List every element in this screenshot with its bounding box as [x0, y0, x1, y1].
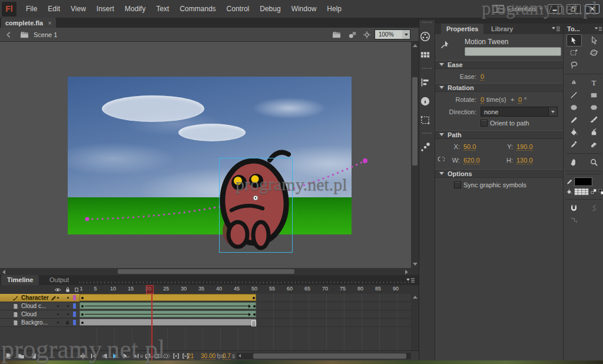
selection-tool[interactable]	[566, 34, 582, 47]
section-ease[interactable]: Ease	[435, 60, 563, 69]
frame-ruler[interactable]: 151015202530354045505560657075808590	[79, 285, 411, 294]
frame-row[interactable]	[79, 302, 411, 310]
section-rotation[interactable]: Rotation	[435, 83, 563, 92]
layer-name[interactable]: Cloud	[21, 311, 37, 317]
static-tween-span[interactable]	[79, 319, 256, 326]
link-width-height-icon[interactable]	[437, 155, 446, 163]
menu-debug[interactable]: Debug	[254, 1, 286, 18]
menu-modify[interactable]: Modify	[120, 1, 151, 18]
center-frame-icon[interactable]	[79, 352, 87, 360]
menu-control[interactable]: Control	[221, 1, 255, 18]
minimize-button[interactable]	[548, 4, 562, 14]
free-transform-tool[interactable]	[566, 47, 581, 58]
fill-color-swatch[interactable]	[574, 188, 589, 196]
snap-magnet-option[interactable]	[566, 203, 581, 214]
layer-row-backgro-[interactable]: Backgro...	[0, 319, 79, 327]
edit-symbols-icon[interactable]	[348, 31, 357, 39]
edit-multiple-frames-icon[interactable]	[172, 352, 180, 360]
close-button[interactable]	[585, 4, 599, 14]
color-panel-icon[interactable]	[419, 31, 431, 42]
dock-gripper[interactable]	[422, 68, 432, 72]
selection-bounding-box[interactable]	[219, 158, 293, 253]
playhead-marker[interactable]	[146, 285, 154, 294]
frame-row[interactable]	[79, 319, 411, 327]
layer-outline-color-swatch[interactable]	[73, 320, 76, 325]
elapsed-time-value[interactable]: 0.7s	[223, 353, 235, 359]
panel-menu-icon[interactable]	[594, 26, 602, 32]
straighten-option[interactable]	[566, 215, 581, 226]
delete-layer-icon[interactable]	[30, 352, 38, 360]
smooth-option[interactable]	[587, 203, 601, 214]
eyedropper-tool[interactable]	[566, 139, 581, 150]
polystar-tool[interactable]	[587, 102, 601, 113]
back-arrow-icon[interactable]	[5, 31, 13, 39]
layer-visibility-dot[interactable]	[57, 313, 59, 315]
y-value[interactable]: 190.0	[516, 143, 533, 151]
menu-help[interactable]: Help	[322, 1, 347, 18]
go-last-icon[interactable]	[132, 352, 140, 360]
layer-visibility-dot[interactable]	[57, 305, 59, 307]
pasteboard[interactable]	[0, 42, 419, 268]
subselection-tool[interactable]	[587, 35, 601, 46]
center-stage-icon[interactable]	[363, 31, 371, 39]
transform-panel-icon[interactable]	[419, 114, 431, 126]
layer-row-cloud[interactable]: Cloud	[0, 310, 79, 319]
restore-button[interactable]	[566, 4, 581, 14]
show-hide-all-icon[interactable]	[54, 286, 61, 293]
timeline-vertical-scrollbar[interactable]	[411, 294, 419, 350]
onion-outlines-icon[interactable]	[163, 352, 171, 360]
layer-row-cloud-c-[interactable]: Cloud c...	[0, 302, 79, 310]
classic-tween-span[interactable]	[79, 310, 256, 317]
sync-graphic-symbols-checkbox[interactable]	[454, 181, 461, 188]
edit-scene-icon[interactable]	[332, 31, 341, 38]
layer-lock-dot[interactable]	[67, 297, 69, 299]
menu-window[interactable]: Window	[286, 1, 322, 18]
zoom-dropdown-icon[interactable]	[402, 30, 410, 39]
dock-gripper[interactable]	[422, 133, 432, 137]
layer-visibility-dot[interactable]	[57, 297, 59, 299]
tab-properties[interactable]: Properties	[441, 24, 483, 34]
loop-icon[interactable]	[144, 352, 152, 360]
document-tab[interactable]: complete.fla ×	[1, 18, 56, 28]
info-panel-icon[interactable]	[419, 95, 431, 107]
menu-text[interactable]: Text	[151, 1, 174, 18]
tab-timeline[interactable]: Timeline	[1, 275, 39, 285]
layer-lock-dot[interactable]	[67, 313, 69, 315]
oval-tool[interactable]	[566, 102, 581, 113]
menu-view[interactable]: View	[65, 1, 91, 18]
stage-vertical-scrollbar[interactable]	[411, 42, 419, 268]
go-first-icon[interactable]	[90, 352, 98, 360]
layer-name[interactable]: Cloud c...	[21, 303, 46, 309]
stage-horizontal-scrollbar[interactable]	[0, 268, 419, 275]
line-tool[interactable]	[566, 90, 581, 101]
menu-insert[interactable]: Insert	[91, 1, 120, 18]
direction-dropdown[interactable]: none	[481, 107, 558, 117]
w-value[interactable]: 620.0	[463, 157, 480, 164]
ink-bottle-tool[interactable]	[587, 127, 601, 138]
modify-markers-icon[interactable]	[181, 352, 190, 360]
section-path[interactable]: Path	[435, 130, 563, 139]
align-panel-icon[interactable]	[419, 77, 431, 88]
layer-outline-color-swatch[interactable]	[73, 312, 76, 317]
step-back-icon[interactable]	[100, 352, 108, 360]
stroke-color-control[interactable]	[564, 177, 603, 187]
layer-name[interactable]: Character	[21, 294, 49, 301]
play-icon[interactable]	[111, 352, 119, 360]
rotate-angle-value[interactable]: 0	[518, 96, 522, 104]
fill-color-control[interactable]	[564, 187, 603, 197]
classic-tween-span[interactable]	[79, 302, 256, 309]
text-tool[interactable]: T	[587, 77, 601, 88]
rectangle-tool[interactable]	[587, 90, 601, 101]
zoom-select[interactable]: 100%	[375, 29, 410, 39]
tab-library[interactable]: Library	[486, 24, 518, 34]
tween-name-input[interactable]	[465, 47, 561, 56]
new-folder-icon[interactable]	[17, 352, 25, 360]
layer-lock-dot[interactable]	[67, 305, 69, 307]
menu-file[interactable]: File	[21, 1, 42, 18]
paint-bucket-tool[interactable]	[566, 127, 581, 138]
zoom-tool[interactable]	[587, 157, 601, 168]
lasso-tool[interactable]	[566, 59, 581, 71]
layer-outline-color-swatch[interactable]	[73, 303, 76, 309]
tab-close-icon[interactable]: ×	[48, 19, 51, 27]
timeline-horizontal-scrollbar[interactable]	[237, 353, 411, 359]
